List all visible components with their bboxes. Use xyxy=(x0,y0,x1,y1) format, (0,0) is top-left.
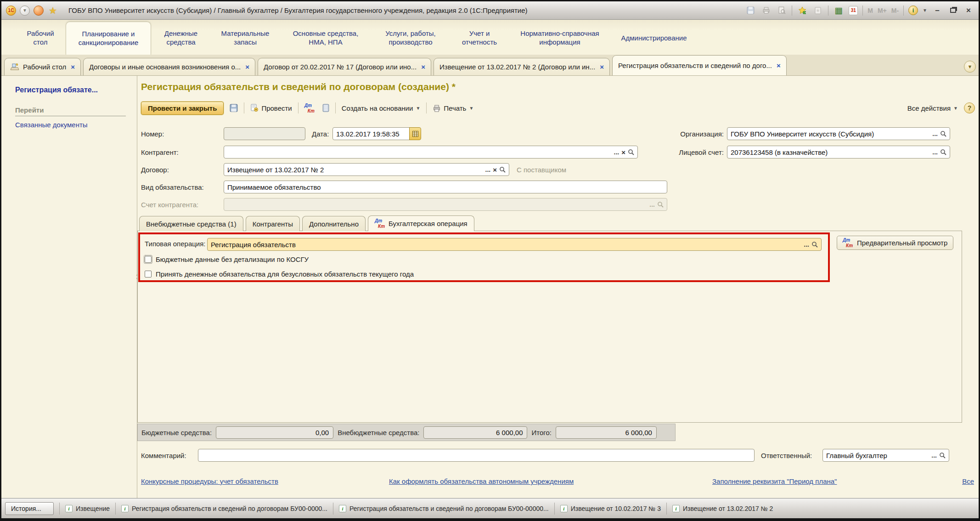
register-records-button[interactable] xyxy=(321,102,331,114)
status-item-notice[interactable]: iИзвещение xyxy=(65,505,110,512)
save-icon[interactable] xyxy=(745,5,756,16)
favorites-star-icon[interactable]: ★ xyxy=(47,5,58,16)
print-icon[interactable] xyxy=(760,5,772,16)
tab-extrabudgetary-funds[interactable]: Внебюджетные средства (1) xyxy=(139,216,243,231)
date-calendar-icon[interactable] xyxy=(409,127,421,140)
post-button[interactable]: Провести xyxy=(248,102,293,114)
choose-button[interactable]: ... xyxy=(485,166,491,173)
section-planning-sanctioning[interactable]: Планирование и санкционирование xyxy=(66,22,151,55)
section-administration[interactable]: Администрирование xyxy=(610,22,698,55)
tab-counterparties[interactable]: Контрагенты xyxy=(246,216,300,231)
all-actions-button[interactable]: Все действия▼ xyxy=(906,102,960,114)
memory-minus-button[interactable]: M- xyxy=(891,7,899,14)
open-magnifier-icon[interactable] xyxy=(499,166,506,173)
budget-data-without-kosgu-checkbox[interactable] xyxy=(145,256,152,263)
typical-operation-input[interactable]: Регистрация обязательств ... xyxy=(207,238,822,251)
main-menu-chevron-icon[interactable]: ▼ xyxy=(20,6,30,16)
tab-additional[interactable]: Дополнительно xyxy=(302,216,366,231)
section-accounting-reports[interactable]: Учет и отчетность xyxy=(450,22,509,55)
info-icon[interactable]: i xyxy=(908,6,918,15)
preview-icon[interactable] xyxy=(776,5,787,16)
tab-close-icon[interactable]: × xyxy=(421,63,425,71)
open-magnifier-icon[interactable] xyxy=(628,149,634,155)
clear-icon[interactable]: × xyxy=(621,149,625,156)
personal-account-input[interactable]: 20736123458 (в казначействе) ... xyxy=(727,146,950,159)
create-based-on-button[interactable]: Создать на основании▼ xyxy=(340,102,422,114)
memory-recall-button[interactable]: M xyxy=(867,7,873,14)
open-magnifier-icon[interactable] xyxy=(939,452,946,459)
status-item-registration-1[interactable]: iРегистрация обязательств и сведений по … xyxy=(121,505,327,512)
tab-desktop[interactable]: Рабочий стол × xyxy=(4,58,81,75)
extrabudgetary-funds-label: Внебюджетные средства: xyxy=(338,429,419,436)
tab-contracts-list[interactable]: Договоры и иные основания возникновения … xyxy=(83,58,255,75)
open-magnifier-icon[interactable] xyxy=(811,241,818,248)
link-competitive-procedures[interactable]: Конкурсные процедуры: учет обязательств xyxy=(141,477,278,485)
date-value: 13.02.2017 19:58:35 xyxy=(336,130,400,138)
choose-button[interactable]: ... xyxy=(804,241,809,248)
section-fixed-assets[interactable]: Основные средства, НМА, НПА xyxy=(280,22,372,55)
dtkt-postings-button[interactable]: ДтКт xyxy=(303,102,316,115)
tab-accounting-operation[interactable]: ДтКтБухгалтерская операция xyxy=(368,215,474,231)
organization-input[interactable]: ГОБУ ВПО Университет искусств (Субсидия)… xyxy=(727,127,950,140)
tab-close-icon[interactable]: × xyxy=(600,63,604,71)
restore-button[interactable] xyxy=(947,6,958,15)
titlebar-divider xyxy=(903,6,904,16)
section-cash[interactable]: Денежные средства xyxy=(151,22,211,55)
tab-list-dropdown-icon[interactable]: ▼ xyxy=(964,61,976,73)
tab-notice-2[interactable]: Извещение от 13.02.2017 № 2 (Договор или… xyxy=(434,58,610,75)
tab-close-icon[interactable]: × xyxy=(71,63,75,71)
choose-button[interactable]: ... xyxy=(932,149,938,155)
number-input[interactable] xyxy=(224,127,305,140)
window-title: ГОБУ ВПО Университет искусств (Субсидия)… xyxy=(68,6,528,14)
accept-monetary-obligations-checkbox[interactable] xyxy=(145,271,152,277)
history-button[interactable]: История... xyxy=(5,502,54,515)
favorite-doc-star-icon[interactable] xyxy=(812,5,823,16)
choose-button[interactable]: ... xyxy=(614,149,620,155)
counterparty-account-input[interactable]: ... xyxy=(224,198,667,211)
tab-contract-17[interactable]: Договор от 20.02.2017 № 17 (Договор или … xyxy=(258,58,431,75)
link-plan-period-attribute[interactable]: Заполнение реквизита "Период плана" xyxy=(712,477,837,485)
post-and-close-button[interactable]: Провести и закрыть xyxy=(141,102,224,115)
sidebar-link-related-documents[interactable]: Связанные документы xyxy=(15,121,132,129)
section-services-production[interactable]: Услуги, работы, производство xyxy=(372,22,450,55)
minimize-button[interactable]: – xyxy=(932,6,943,15)
info-caret-icon[interactable]: ▼ xyxy=(923,8,927,13)
contract-input[interactable]: Извещение от 13.02.2017 № 2 ...× xyxy=(224,163,509,176)
typical-operation-value: Регистрация обязательств xyxy=(211,241,296,249)
section-desktop[interactable]: Рабочий стол xyxy=(15,22,66,55)
status-item-notice-3[interactable]: iИзвещение от 10.02.2017 № 3 xyxy=(560,505,661,512)
status-item-registration-2[interactable]: iРегистрация обязательств и сведений по … xyxy=(339,505,549,512)
help-icon[interactable]: ? xyxy=(964,102,975,113)
tab-close-icon[interactable]: × xyxy=(777,62,781,69)
status-item-label: Регистрация обязательств и сведений по д… xyxy=(349,505,549,512)
comment-input[interactable] xyxy=(198,449,755,462)
calculator-icon[interactable]: ▦ xyxy=(833,5,844,16)
counterparty-input[interactable]: ...× xyxy=(224,146,638,159)
tab-obligation-registration[interactable]: Регистрация обязательств и сведений по д… xyxy=(612,55,787,75)
clear-icon[interactable]: × xyxy=(493,166,497,173)
open-magnifier-icon[interactable] xyxy=(940,130,946,137)
contract-value: Извещение от 13.02.2017 № 2 xyxy=(227,166,324,174)
app-logo-1c-icon[interactable]: 1С xyxy=(6,6,16,16)
link-how-to-register-obligations[interactable]: Как оформлять обязательства автономным у… xyxy=(389,477,574,485)
print-button[interactable]: Печать▼ xyxy=(431,102,475,114)
memory-plus-button[interactable]: M+ xyxy=(878,7,887,14)
responsible-input[interactable]: Главный бухгалтер ... xyxy=(822,449,949,462)
service-circle-icon[interactable] xyxy=(34,6,44,16)
status-item-notice-2[interactable]: iИзвещение от 13.02.2017 № 2 xyxy=(672,505,773,512)
add-favorite-star-icon[interactable] xyxy=(797,5,808,16)
obligation-type-input[interactable]: Принимаемое обязательство xyxy=(224,181,667,193)
choose-button[interactable]: ... xyxy=(932,130,938,137)
save-button[interactable] xyxy=(228,102,240,114)
date-input[interactable]: 13.02.2017 19:58:35 xyxy=(332,127,411,140)
tab-close-icon[interactable]: × xyxy=(245,63,249,71)
link-all[interactable]: Все xyxy=(962,477,974,485)
titlebar-divider xyxy=(862,6,863,16)
preview-button[interactable]: ДтКт Предварительный просмотр xyxy=(837,236,953,250)
open-magnifier-icon[interactable] xyxy=(940,149,946,155)
close-button[interactable]: × xyxy=(963,6,974,15)
section-inventory[interactable]: Материальные запасы xyxy=(211,22,280,55)
section-reference-info[interactable]: Нормативно-справочная информация xyxy=(509,22,610,55)
calendar-icon[interactable]: 31 xyxy=(849,6,858,15)
choose-button[interactable]: ... xyxy=(931,452,937,459)
